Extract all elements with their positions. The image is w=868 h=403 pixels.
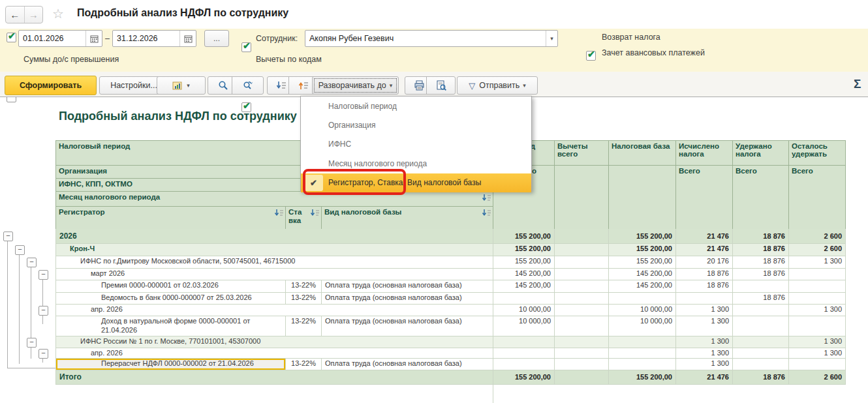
cell-tax-base[interactable] — [609, 293, 676, 305]
cell-withheld[interactable] — [733, 348, 789, 359]
cell-withheld[interactable] — [733, 359, 789, 370]
cell-accrued[interactable]: 10 000,00 — [493, 305, 555, 316]
cell-base-kind[interactable]: Оплата труда (основная налоговая база) — [322, 293, 493, 305]
menu-item-tax-period[interactable]: Налоговый период — [301, 97, 531, 115]
cell-tax-base[interactable]: 145 200,00 — [609, 269, 676, 280]
tree-expander[interactable]: − — [39, 270, 48, 280]
period-options-button[interactable]: ... — [204, 30, 229, 47]
cell-rate[interactable]: 13-22% — [286, 359, 322, 370]
generate-button[interactable]: Сформировать — [5, 76, 97, 95]
date-from-input[interactable]: 01.01.2026 — [18, 30, 102, 47]
cell-accrued[interactable]: 155 200,00 — [493, 229, 555, 244]
sort-icon[interactable] — [482, 209, 491, 218]
cell-deductions[interactable] — [555, 256, 609, 269]
cell-deductions[interactable] — [555, 370, 609, 385]
favorite-star-icon[interactable]: ☆ — [52, 6, 64, 22]
sort-icon[interactable] — [310, 209, 320, 218]
cell-withheld[interactable] — [733, 336, 789, 348]
cell-label[interactable]: Премия 0000-000001 от 02.03.2026 — [56, 280, 286, 293]
cell-accrued[interactable] — [493, 348, 555, 359]
cell-tax-base[interactable]: 155 200,00 — [609, 256, 676, 269]
cell-accrued[interactable]: 145 200,00 — [493, 269, 555, 280]
cell-remaining[interactable] — [789, 359, 846, 370]
cell-calculated[interactable]: 21 476 — [676, 370, 733, 385]
cell-deductions[interactable] — [555, 359, 609, 370]
cell-label[interactable]: ИФНС по г.Дмитрову Московской области, 5… — [56, 256, 493, 269]
cell-rate[interactable]: 13-22% — [286, 293, 322, 305]
cell-tax-base[interactable]: 145 200,00 — [609, 280, 676, 293]
cell-withheld[interactable] — [733, 280, 789, 293]
cell-remaining[interactable]: 1 300 — [789, 336, 846, 348]
cell-deductions[interactable] — [555, 305, 609, 316]
cell-calculated[interactable]: 21 476 — [676, 244, 733, 256]
cell-accrued[interactable] — [493, 359, 555, 370]
cell-remaining[interactable] — [789, 269, 846, 280]
cell-accrued[interactable]: 10 000,00 — [493, 316, 555, 336]
tree-expander[interactable]: − — [39, 306, 48, 316]
cell-tax-base[interactable]: 10 000,00 — [609, 316, 676, 336]
cell-tax-base[interactable]: 155 200,00 — [609, 370, 676, 385]
cell-calculated[interactable]: 21 476 — [676, 229, 733, 244]
forward-button[interactable]: → — [24, 7, 43, 23]
menu-item-ifns[interactable]: ИФНС — [301, 135, 531, 154]
menu-item-registrator[interactable]: ✔ Регистратор, Ставка, Вид налоговой баз… — [301, 173, 531, 192]
cell-remaining[interactable]: 2 600 — [789, 370, 846, 385]
cell-accrued[interactable]: 155 200,00 — [493, 370, 555, 385]
cell-withheld[interactable]: 18 876 — [733, 269, 789, 280]
menu-item-organization[interactable]: Организация — [301, 115, 531, 134]
cell-rate[interactable]: 13-22% — [286, 280, 322, 293]
calendar-button[interactable] — [85, 31, 102, 46]
cell-remaining[interactable]: 1 300 — [789, 348, 846, 359]
cell-remaining[interactable] — [789, 316, 846, 336]
sum-sigma-button[interactable]: Σ — [854, 77, 861, 91]
cell-withheld[interactable] — [733, 305, 789, 316]
cell-calculated[interactable]: 1 300 — [676, 348, 733, 359]
cell-remaining[interactable] — [789, 280, 846, 293]
tree-expander[interactable]: − — [39, 349, 48, 359]
cell-deductions[interactable] — [555, 244, 609, 256]
cell-calculated[interactable]: 20 176 — [676, 256, 733, 269]
tree-expander[interactable]: − — [15, 245, 25, 255]
period-checkbox[interactable]: ✔ — [7, 33, 16, 42]
calendar-button[interactable] — [179, 31, 196, 46]
cell-calculated[interactable]: 18 876 — [676, 269, 733, 280]
employee-input[interactable]: Акопян Рубен Гезевич ▾ — [305, 30, 558, 47]
send-button[interactable]: ▽ Отправить ▾ — [457, 76, 538, 95]
back-button[interactable]: ← — [6, 7, 24, 23]
cell-label[interactable]: Крон-Ч — [56, 244, 493, 256]
tree-expander[interactable]: − — [27, 338, 37, 348]
cell-remaining[interactable]: 1 300 — [789, 305, 846, 316]
cell-calculated[interactable]: 1 300 — [676, 336, 733, 348]
cell-accrued[interactable] — [493, 293, 555, 305]
cell-label[interactable]: март 2026 — [56, 269, 493, 280]
cell-tax-base[interactable] — [609, 359, 676, 370]
sort-icon[interactable] — [482, 194, 491, 203]
cell-calculated[interactable]: 1 300 — [676, 305, 733, 316]
cell-label-selected[interactable]: Перерасчет НДФЛ 0000-000002 от 21.04.202… — [56, 359, 286, 370]
cell-accrued[interactable]: 155 200,00 — [493, 256, 555, 269]
cell-base-kind[interactable]: Оплата труда (основная налоговая база) — [322, 280, 493, 293]
cell-deductions[interactable] — [555, 280, 609, 293]
cell-deductions[interactable] — [555, 293, 609, 305]
cell-withheld[interactable]: 18 876 — [733, 370, 789, 385]
cell-withheld[interactable] — [733, 316, 789, 336]
cell-calculated[interactable] — [676, 293, 733, 305]
employee-checkbox[interactable]: ✔ — [241, 42, 251, 52]
report-variants-button[interactable]: ▾ — [157, 76, 206, 95]
tree-expander[interactable]: − — [3, 231, 13, 241]
cell-accrued[interactable]: 145 200,00 — [493, 280, 555, 293]
cell-tax-base[interactable]: 10 000,00 — [609, 305, 676, 316]
search-next-button[interactable] — [232, 76, 264, 95]
cell-tax-base[interactable] — [609, 336, 676, 348]
expand-to-button[interactable]: Разворачивать до ▾ — [312, 76, 399, 95]
sort-icon[interactable] — [274, 209, 284, 218]
cell-accrued[interactable] — [493, 336, 555, 348]
cell-accrued[interactable]: 155 200,00 — [493, 244, 555, 256]
cell-calculated[interactable]: 18 876 — [676, 280, 733, 293]
cell-rate[interactable]: 13-22% — [286, 316, 322, 336]
cell-deductions[interactable] — [555, 336, 609, 348]
cell-tax-base[interactable] — [609, 348, 676, 359]
cell-deductions[interactable] — [555, 348, 609, 359]
cell-tax-base[interactable]: 155 200,00 — [609, 229, 676, 244]
cell-withheld[interactable]: 18 876 — [733, 293, 789, 305]
